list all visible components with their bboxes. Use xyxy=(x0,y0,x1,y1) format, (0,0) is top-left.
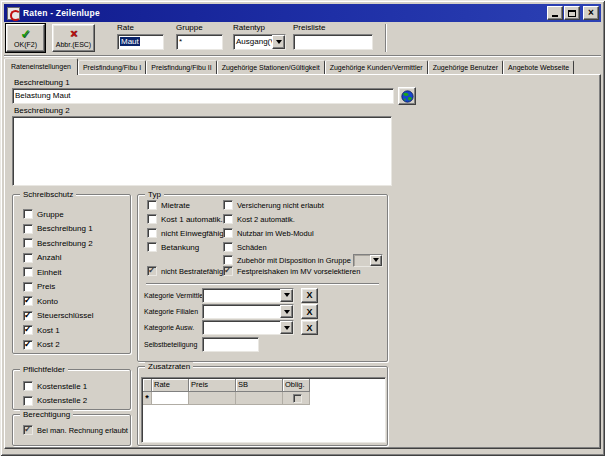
kategorie-filialen-select[interactable] xyxy=(202,304,294,319)
typ-divider xyxy=(146,283,379,285)
grid-corner-cell xyxy=(143,379,152,392)
check-icon: ✓ xyxy=(20,28,30,40)
anzahl-checkbox[interactable] xyxy=(23,253,33,263)
tab-preisfindung-fibu-2[interactable]: Preisfindung/Fibu II xyxy=(146,60,216,74)
checkbox-row-nicht-einwegfaehig[interactable]: nicht Einwegfähig xyxy=(147,226,224,240)
zubehoer-checkbox[interactable] xyxy=(223,255,233,265)
einheit-checkbox[interactable] xyxy=(23,267,33,277)
kategorie-ausw-clear-button[interactable]: X xyxy=(301,320,318,335)
beschreibung2-textarea[interactable] xyxy=(12,116,392,186)
checkbox-row-anzahl[interactable]: Anzahl xyxy=(23,251,130,266)
grid-cell-sb[interactable] xyxy=(236,392,283,405)
versicherung-checkbox[interactable] xyxy=(223,200,233,210)
kost1-checkbox[interactable] xyxy=(23,325,33,335)
kategorie-ausw-dropdown-button[interactable] xyxy=(280,321,293,334)
grid-cell-preis[interactable] xyxy=(189,392,236,405)
checkbox-row-steuerschluessel[interactable]: Steuerschlüssel xyxy=(23,309,130,324)
kostenstelle2-checkbox[interactable] xyxy=(23,396,33,406)
checkbox-row-kostenstelle2[interactable]: Kostenstelle 2 xyxy=(23,394,130,409)
zusatzraten-grid-area[interactable]: Rate Preis SB Oblig. * xyxy=(141,377,386,443)
grid-header-oblig: Oblig. xyxy=(283,379,310,392)
zubehoer-gruppe-select[interactable] xyxy=(353,254,383,267)
beschreibung1-checkbox[interactable] xyxy=(23,224,33,234)
ratentyp-dropdown-button[interactable] xyxy=(272,35,285,49)
title-bar[interactable]: Raten - Zeilenlupe × xyxy=(4,4,601,22)
ratentyp-field-label: Ratentyp xyxy=(233,23,265,32)
oblig-checkbox[interactable] xyxy=(293,394,302,403)
beschreibung2-checkbox[interactable] xyxy=(23,238,33,248)
close-icon: × xyxy=(588,8,594,18)
checkbox-row-beschreibung1[interactable]: Beschreibung 1 xyxy=(23,222,130,237)
kategorie-vermittler-label: Kategorie Vermittler xyxy=(144,292,202,299)
preisliste-input[interactable] xyxy=(293,34,373,50)
gruppe-input[interactable]: * xyxy=(176,34,223,50)
kategorie-vermittler-clear-button[interactable]: X xyxy=(301,288,318,303)
kategorie-ausw-select[interactable] xyxy=(202,320,294,335)
selbstbeteiligung-label: Selbstbeteiligung xyxy=(144,341,202,348)
checkbox-row-nicht-bestratefaehig[interactable]: nicht Bestratefähig xyxy=(147,264,224,278)
checkbox-row-web-modul[interactable]: Nutzbar im Web-Modul xyxy=(223,226,383,240)
close-button[interactable]: × xyxy=(583,6,599,20)
tab-angebote-webseite[interactable]: Angebote Webseite xyxy=(503,60,574,74)
tab-zugehoerige-kunden[interactable]: Zugehörige Kunden/Vermittler xyxy=(325,60,428,74)
nicht-einwegfaehig-checkbox[interactable] xyxy=(147,228,157,238)
checkbox-row-preis[interactable]: Preis xyxy=(23,280,130,295)
grid-cell-rate[interactable] xyxy=(152,392,189,405)
kost2-checkbox[interactable] xyxy=(23,340,33,350)
konto-checkbox[interactable] xyxy=(23,296,33,306)
grid-header-preis: Preis xyxy=(189,379,236,392)
checkbox-row-kost2-automatik[interactable]: Kost 2 automatik. xyxy=(223,212,383,226)
checkbox-row-zubehoer[interactable]: Zubehör mit Disposition in Gruppe xyxy=(223,254,383,266)
ratentyp-select[interactable]: Ausgang(Ver xyxy=(233,34,286,50)
beschreibung1-input[interactable]: Belastung Maut xyxy=(12,88,394,104)
kost1-automatik-checkbox[interactable] xyxy=(147,214,157,224)
checkbox-row-einheit[interactable]: Einheit xyxy=(23,265,130,280)
checkbox-row-man-rechnung[interactable]: Bei man. Rechnung erlaubt xyxy=(23,423,130,438)
kategorie-filialen-clear-button[interactable]: X xyxy=(301,304,318,319)
checkbox-row-kost1[interactable]: Kost 1 xyxy=(23,323,130,338)
checkbox-row-versicherung[interactable]: Versicherung nicht erlaubt xyxy=(223,198,383,212)
mietrate-checkbox[interactable] xyxy=(147,200,157,210)
pflichtfelder-title: Pflichtfelder xyxy=(20,365,68,374)
gruppe-checkbox[interactable] xyxy=(23,209,33,219)
tab-strip: Rateneinstellungen Preisfindung/Fibu I P… xyxy=(4,57,574,75)
checkbox-row-beschreibung2[interactable]: Beschreibung 2 xyxy=(23,236,130,251)
maximize-button[interactable] xyxy=(564,6,580,20)
checkbox-row-konto[interactable]: Konto xyxy=(23,294,130,309)
kategorie-vermittler-dropdown-button[interactable] xyxy=(280,289,293,302)
rate-input[interactable]: Maut xyxy=(117,34,164,50)
app-icon[interactable] xyxy=(7,7,20,20)
preisliste-field-label: Preisliste xyxy=(293,23,325,32)
grid-header-rate: Rate xyxy=(152,379,189,392)
checkbox-row-festpreishaken[interactable]: Festpreishaken im MV vorselektieren xyxy=(223,264,383,278)
checkbox-row-kostenstelle1[interactable]: Kostenstelle 1 xyxy=(23,379,130,394)
tab-zugehoerige-stationen[interactable]: Zugehörige Stationen/Gültigkeit xyxy=(217,60,325,74)
steuerschluessel-checkbox[interactable] xyxy=(23,311,33,321)
ok-button[interactable]: ✓ OK(F2) xyxy=(6,24,45,52)
tab-zugehoerige-benutzer[interactable]: Zugehörige Benutzer xyxy=(428,60,503,74)
minimize-button[interactable] xyxy=(547,6,563,20)
checkbox-row-kost2[interactable]: Kost 2 xyxy=(23,338,130,353)
checkbox-row-betankung[interactable]: Betankung xyxy=(147,240,224,254)
checkbox-row-kost1-automatik[interactable]: Kost 1 automatik. xyxy=(147,212,224,226)
globe-icon xyxy=(401,90,414,103)
tab-rateneinstellungen[interactable]: Rateneinstellungen xyxy=(4,58,78,75)
selbstbeteiligung-input[interactable] xyxy=(202,337,259,352)
selbstbeteiligung-row: Selbstbeteiligung xyxy=(144,336,382,353)
globe-button[interactable] xyxy=(398,87,416,105)
preis-checkbox[interactable] xyxy=(23,282,33,292)
kategorie-vermittler-select[interactable] xyxy=(202,288,294,303)
checkbox-row-gruppe[interactable]: Gruppe xyxy=(23,207,130,222)
zubehoer-gruppe-dropdown-button[interactable] xyxy=(370,255,382,266)
kost2-automatik-checkbox[interactable] xyxy=(223,214,233,224)
kostenstelle1-checkbox[interactable] xyxy=(23,381,33,391)
checkbox-row-mietrate[interactable]: Mietrate xyxy=(147,198,224,212)
cancel-button[interactable]: × Abbr.(ESC) xyxy=(52,24,95,52)
kategorie-filialen-dropdown-button[interactable] xyxy=(280,305,293,318)
schaeden-checkbox[interactable] xyxy=(223,242,233,252)
checkbox-row-schaeden[interactable]: Schäden xyxy=(223,240,383,254)
betankung-checkbox[interactable] xyxy=(147,242,157,252)
grid-cell-oblig[interactable] xyxy=(283,392,310,405)
tab-preisfindung-fibu-1[interactable]: Preisfindung/Fibu I xyxy=(78,60,146,74)
web-modul-checkbox[interactable] xyxy=(223,228,233,238)
